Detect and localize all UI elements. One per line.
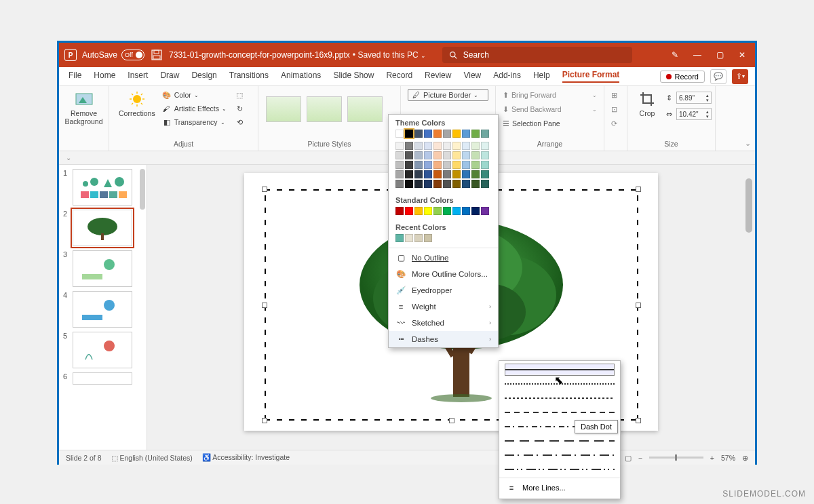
tab-view[interactable]: View <box>463 71 481 82</box>
color-swatch[interactable] <box>424 170 432 178</box>
save-location[interactable]: • Saved to this PC⌄ <box>353 50 426 60</box>
compress-button[interactable]: ⬚ <box>235 89 244 101</box>
color-swatch[interactable] <box>443 142 451 150</box>
color-swatch[interactable] <box>433 130 442 138</box>
dash-round-dot[interactable] <box>505 378 615 390</box>
color-swatch[interactable] <box>424 130 432 138</box>
tab-animations[interactable]: Animations <box>281 71 321 82</box>
color-swatch[interactable] <box>462 142 470 150</box>
color-swatch[interactable] <box>405 234 413 242</box>
color-swatch[interactable] <box>462 180 470 188</box>
color-swatch[interactable] <box>395 170 404 178</box>
width-input[interactable]: ⇔10.42"▴▾ <box>664 108 712 120</box>
color-swatch[interactable] <box>424 234 432 242</box>
color-swatch[interactable] <box>471 151 480 159</box>
zoom-out[interactable]: − <box>638 454 642 462</box>
maximize-button[interactable]: ▢ <box>716 50 724 60</box>
send-backward-button[interactable]: ⬇Send Backward⌄ <box>503 103 597 115</box>
slideshow-view[interactable]: ▢ <box>625 454 632 462</box>
color-swatch[interactable] <box>462 161 470 169</box>
color-swatch[interactable] <box>481 130 489 138</box>
reset-picture-button[interactable]: ⟲ <box>235 116 244 128</box>
picture-border-button[interactable]: 🖊Picture Border ⌄ <box>408 89 488 101</box>
zoom-level[interactable]: 57% <box>721 454 735 462</box>
color-swatch[interactable] <box>405 180 413 188</box>
color-swatch[interactable] <box>433 170 442 178</box>
color-swatch[interactable] <box>452 151 461 159</box>
color-swatch[interactable] <box>452 142 461 150</box>
search-box[interactable]: Search <box>442 47 632 63</box>
color-swatch[interactable] <box>452 170 461 178</box>
change-picture-button[interactable]: ↻ <box>235 102 244 115</box>
selection-pane-button[interactable]: ☰Selection Pane <box>503 117 597 130</box>
color-swatch[interactable] <box>433 142 442 150</box>
color-swatch[interactable] <box>395 234 404 242</box>
tab-home[interactable]: Home <box>94 71 115 82</box>
zoom-in[interactable]: + <box>710 454 714 462</box>
color-swatch[interactable] <box>414 170 423 178</box>
color-swatch[interactable] <box>481 180 489 188</box>
align-button[interactable]: ⊞ <box>611 89 620 101</box>
color-swatch[interactable] <box>443 207 451 215</box>
color-swatch[interactable] <box>424 180 432 188</box>
weight-item[interactable]: ≡Weight› <box>389 298 498 315</box>
dash-long-dash-dot-dot[interactable] <box>505 463 615 476</box>
autosave-toggle[interactable]: AutoSave Off <box>82 50 144 60</box>
accessibility-indicator[interactable]: ♿ Accessibility: Investigate <box>202 453 290 462</box>
color-swatch[interactable] <box>481 142 489 150</box>
color-swatch[interactable] <box>424 151 432 159</box>
tab-slide-show[interactable]: Slide Show <box>333 71 374 82</box>
artistic-effects-button[interactable]: 🖌Artistic Effects ⌄ <box>162 102 227 115</box>
share-button[interactable]: ⇪ ▾ <box>732 69 748 84</box>
tab-picture-format[interactable]: Picture Format <box>562 70 620 83</box>
bring-forward-button[interactable]: ⬆Bring Forward⌄ <box>503 89 597 101</box>
tab-add-ins[interactable]: Add-ins <box>493 71 521 82</box>
color-swatch[interactable] <box>471 207 480 215</box>
dashes-item[interactable]: ┅Dashes› <box>389 331 498 347</box>
language-indicator[interactable]: ⬚ English (United States) <box>111 454 193 462</box>
color-swatch[interactable] <box>433 207 442 215</box>
picture-style-1[interactable] <box>266 96 301 122</box>
tab-design[interactable]: Design <box>191 71 216 82</box>
draw-icon[interactable]: ✎ <box>672 50 678 60</box>
color-swatch[interactable] <box>481 151 489 159</box>
color-swatch[interactable] <box>424 207 432 215</box>
corrections-button[interactable]: Corrections <box>116 89 158 119</box>
sketched-item[interactable]: 〰Sketched› <box>389 315 498 331</box>
transparency-button[interactable]: ◧Transparency ⌄ <box>162 116 227 128</box>
color-swatch[interactable] <box>395 207 404 215</box>
tab-draw[interactable]: Draw <box>160 71 179 82</box>
thumb-scrollbar[interactable] <box>140 169 145 210</box>
color-swatch[interactable] <box>414 130 423 138</box>
color-swatch[interactable] <box>405 161 413 169</box>
color-swatch[interactable] <box>414 180 423 188</box>
minimize-button[interactable]: — <box>693 50 701 60</box>
color-swatch[interactable] <box>443 170 451 178</box>
color-swatch[interactable] <box>395 142 404 150</box>
color-swatch[interactable] <box>471 161 480 169</box>
zoom-slider[interactable] <box>649 457 703 459</box>
color-swatch[interactable] <box>395 130 404 138</box>
thumb-1[interactable] <box>73 169 132 206</box>
color-swatch[interactable] <box>395 151 404 159</box>
color-swatch[interactable] <box>471 170 480 178</box>
tab-help[interactable]: Help <box>533 71 550 82</box>
color-swatch[interactable] <box>471 180 480 188</box>
group-button[interactable]: ⊡ <box>611 103 620 115</box>
color-swatch[interactable] <box>452 161 461 169</box>
dash-long-dash[interactable] <box>505 435 615 447</box>
remove-background-button[interactable]: Remove Background <box>66 89 102 127</box>
color-swatch[interactable] <box>481 161 489 169</box>
no-outline-item[interactable]: ▢No Outline <box>389 250 498 266</box>
tab-record[interactable]: Record <box>386 71 412 82</box>
thumb-4[interactable] <box>73 291 132 328</box>
color-swatch[interactable] <box>414 207 423 215</box>
dash-long-dash-dot[interactable] <box>505 449 615 461</box>
dash-dash[interactable] <box>505 406 615 419</box>
tab-review[interactable]: Review <box>425 71 451 82</box>
color-swatch[interactable] <box>443 180 451 188</box>
color-swatch[interactable] <box>471 130 480 138</box>
color-swatch[interactable] <box>414 161 423 169</box>
color-swatch[interactable] <box>405 142 413 150</box>
color-button[interactable]: 🎨Color ⌄ <box>162 89 227 101</box>
